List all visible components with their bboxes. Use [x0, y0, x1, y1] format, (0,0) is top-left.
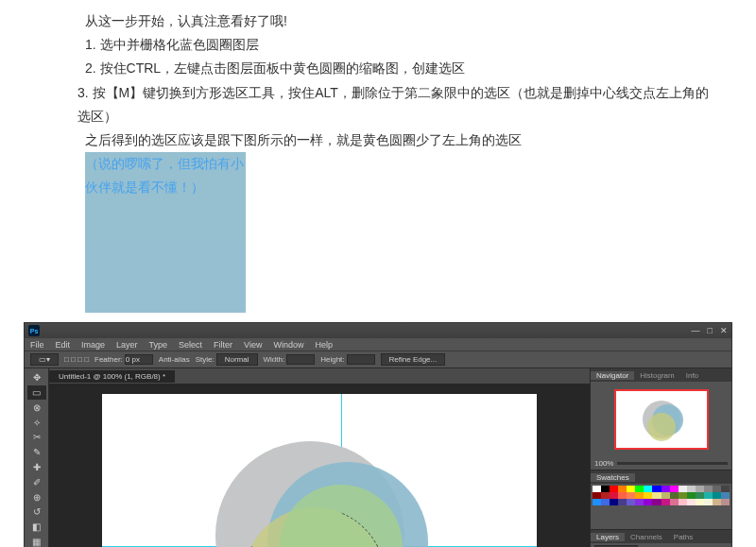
lasso-tool-icon[interactable]: ⊗ [27, 401, 46, 415]
swatch-color[interactable] [687, 486, 696, 492]
crop-tool-icon[interactable]: ✂ [27, 430, 46, 444]
height-input[interactable] [347, 354, 375, 365]
tab-histogram[interactable]: Histogram [634, 371, 679, 380]
swatch-color[interactable] [670, 486, 679, 492]
menu-view[interactable]: View [244, 340, 262, 350]
swatch-color[interactable] [635, 492, 644, 499]
refine-edge-button[interactable]: Refine Edge... [381, 353, 446, 366]
stamp-tool-icon[interactable]: ⊕ [27, 490, 46, 504]
ps-logo-icon: Ps [28, 325, 40, 336]
eyedropper-tool-icon[interactable]: ✎ [27, 445, 46, 459]
instr-line: 2. 按住CTRL，左键点击图层面板中黄色圆圈的缩略图，创建选区 [85, 57, 709, 80]
swatch-color[interactable] [662, 492, 670, 499]
marquee-tool-icon[interactable]: ▭ [27, 385, 46, 400]
close-button[interactable]: ✕ [720, 326, 728, 335]
tab-layers[interactable]: Layers [591, 533, 625, 541]
swatch-color[interactable] [704, 486, 713, 492]
swatch-color[interactable] [601, 499, 610, 505]
swatch-color[interactable] [627, 486, 635, 492]
minimize-button[interactable]: — [692, 326, 700, 335]
swatch-color[interactable] [644, 492, 652, 499]
style-select[interactable]: Normal [216, 353, 258, 366]
heal-tool-icon[interactable]: ✚ [27, 460, 46, 474]
zoom-slider[interactable] [617, 462, 728, 465]
swatch-color[interactable] [618, 486, 627, 492]
swatch-color[interactable] [713, 499, 721, 505]
menu-window[interactable]: Window [273, 340, 303, 350]
canvas[interactable] [102, 394, 537, 547]
instr-line: 1. 选中并栅格化蓝色圆圈图层 [85, 33, 709, 57]
swatch-color[interactable] [593, 499, 601, 505]
swatch-color[interactable] [679, 499, 687, 505]
canvas-area[interactable] [49, 384, 590, 547]
feather-input[interactable] [125, 354, 153, 365]
move-tool-icon[interactable]: ✥ [27, 370, 46, 385]
swatch-color[interactable] [696, 492, 704, 499]
tab-channels[interactable]: Channels [625, 533, 668, 541]
antialias-checkbox[interactable]: Anti-alias [159, 355, 190, 364]
menu-layer[interactable]: Layer [116, 340, 138, 350]
wand-tool-icon[interactable]: ✧ [27, 416, 46, 430]
menu-select[interactable]: Select [179, 340, 202, 350]
tab-navigator[interactable]: Navigator [591, 371, 634, 380]
tab-swatches[interactable]: Swatches [591, 473, 635, 482]
maximize-button[interactable]: □ [708, 326, 713, 335]
swatch-color[interactable] [627, 492, 635, 499]
eraser-tool-icon[interactable]: ◧ [27, 520, 46, 534]
width-input[interactable] [286, 354, 315, 365]
swatch-color[interactable] [713, 486, 721, 492]
document-tab[interactable]: Untitled-1 @ 100% (1, RGB/8) * [49, 370, 175, 383]
swatch-color[interactable] [635, 486, 644, 492]
swatch-color[interactable] [635, 499, 644, 505]
brush-tool-icon[interactable]: ✐ [27, 475, 46, 489]
selection-mode-icon[interactable]: □ □ □ □ [64, 355, 89, 364]
tutorial-text: 从这一步开始，认真注意看好了哦! 1. 选中并栅格化蓝色圆圈图层 2. 按住CT… [0, 0, 756, 322]
navigator-panel: Navigator Histogram Info 100% [591, 368, 731, 470]
tab-paths[interactable]: Paths [668, 533, 698, 541]
swatch-color[interactable] [679, 486, 687, 492]
swatch-color[interactable] [618, 499, 627, 505]
swatch-color[interactable] [696, 499, 704, 505]
swatch-color[interactable] [652, 486, 661, 492]
swatch-color[interactable] [601, 486, 610, 492]
gradient-tool-icon[interactable]: ▦ [27, 535, 46, 547]
swatch-color[interactable] [687, 492, 696, 499]
navigator-thumbnail[interactable] [614, 389, 709, 450]
swatch-grid[interactable] [593, 486, 730, 505]
tool-preset-icon[interactable]: ▭▾ [30, 353, 59, 366]
swatch-color[interactable] [627, 499, 635, 505]
swatch-color[interactable] [696, 486, 704, 492]
swatch-color[interactable] [721, 486, 730, 492]
swatch-color[interactable] [662, 499, 670, 505]
menu-file[interactable]: File [30, 340, 44, 350]
menubar: File Edit Image Layer Type Select Filter… [25, 338, 731, 351]
swatch-color[interactable] [610, 486, 618, 492]
swatch-color[interactable] [593, 492, 601, 499]
swatch-color[interactable] [610, 492, 618, 499]
menu-filter[interactable]: Filter [214, 340, 232, 350]
menu-type[interactable]: Type [149, 340, 168, 350]
menu-help[interactable]: Help [315, 340, 333, 350]
menu-edit[interactable]: Edit [56, 340, 71, 350]
tab-info[interactable]: Info [680, 371, 704, 380]
swatch-color[interactable] [704, 499, 713, 505]
swatch-color[interactable] [644, 486, 652, 492]
swatch-color[interactable] [713, 492, 721, 499]
swatch-color[interactable] [721, 492, 730, 499]
swatch-color[interactable] [721, 499, 730, 505]
swatch-color[interactable] [662, 486, 670, 492]
menu-image[interactable]: Image [81, 340, 105, 350]
swatch-color[interactable] [670, 499, 679, 505]
swatch-color[interactable] [618, 492, 627, 499]
swatch-color[interactable] [679, 492, 687, 499]
swatch-color[interactable] [610, 499, 618, 505]
swatch-color[interactable] [704, 492, 713, 499]
swatch-color[interactable] [652, 499, 661, 505]
swatch-color[interactable] [593, 486, 601, 492]
swatch-color[interactable] [601, 492, 610, 499]
swatch-color[interactable] [687, 499, 696, 505]
swatch-color[interactable] [644, 499, 652, 505]
swatch-color[interactable] [652, 492, 661, 499]
history-brush-icon[interactable]: ↺ [27, 505, 46, 520]
swatch-color[interactable] [670, 492, 679, 499]
